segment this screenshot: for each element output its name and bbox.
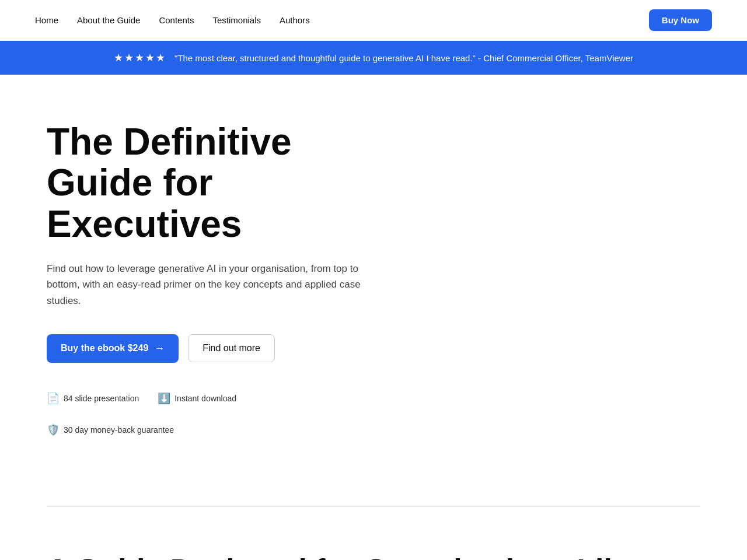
bottom-section: A Guide Designed for Organisations Like … <box>0 507 747 560</box>
feature-guarantee-label: 30 day money-back guarantee <box>64 425 174 435</box>
feature-slides: 📄 84 slide presentation <box>47 392 139 405</box>
buy-ebook-button[interactable]: Buy the ebook $249 → <box>47 334 179 363</box>
nav-item-home[interactable]: Home <box>35 15 58 26</box>
feature-download-label: Instant download <box>174 394 236 403</box>
find-out-more-button[interactable]: Find out more <box>188 334 275 362</box>
slides-icon: 📄 <box>47 392 60 405</box>
hero-section: The Definitive Guide for Executives Find… <box>0 75 747 471</box>
shield-icon: 🛡️ <box>47 424 60 436</box>
buy-ebook-label: Buy the ebook $249 <box>61 343 148 354</box>
nav-item-authors[interactable]: Authors <box>280 15 310 26</box>
hero-features: 📄 84 slide presentation ⬇️ Instant downl… <box>47 392 362 436</box>
nav-link-about[interactable]: About the Guide <box>77 15 140 25</box>
nav-links: Home About the Guide Contents Testimonia… <box>35 15 649 26</box>
nav-item-testimonials[interactable]: Testimonials <box>212 15 261 26</box>
hero-subtitle: Find out how to leverage generative AI i… <box>47 261 362 309</box>
hero-buttons: Buy the ebook $249 → Find out more <box>47 334 362 363</box>
hero-title: The Definitive Guide for Executives <box>47 121 362 244</box>
feature-slides-label: 84 slide presentation <box>64 394 139 403</box>
nav-link-testimonials[interactable]: Testimonials <box>212 15 261 25</box>
nav-item-about[interactable]: About the Guide <box>77 15 140 26</box>
feature-guarantee: 🛡️ 30 day money-back guarantee <box>47 424 174 436</box>
nav-link-home[interactable]: Home <box>35 15 58 25</box>
testimonial-banner: ★★★★★ "The most clear, structured and th… <box>0 41 747 75</box>
bottom-title: A Guide Designed for Organisations Like … <box>47 554 700 560</box>
navbar: Home About the Guide Contents Testimonia… <box>0 0 747 41</box>
nav-buy-button[interactable]: Buy Now <box>649 9 712 31</box>
feature-download: ⬇️ Instant download <box>158 392 236 405</box>
star-rating: ★★★★★ <box>114 51 166 64</box>
nav-link-authors[interactable]: Authors <box>280 15 310 25</box>
nav-link-contents[interactable]: Contents <box>159 15 194 25</box>
nav-item-contents[interactable]: Contents <box>159 15 194 26</box>
download-icon: ⬇️ <box>158 392 170 405</box>
banner-quote-text: "The most clear, structured and thoughtf… <box>174 53 633 63</box>
arrow-icon: → <box>154 342 165 355</box>
